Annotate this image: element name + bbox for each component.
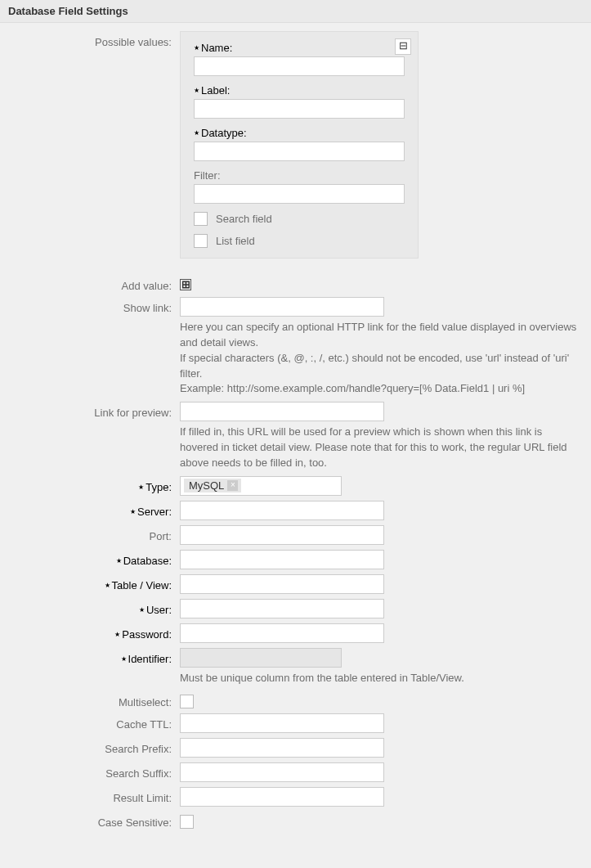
link-preview-help: If filled in, this URL will be used for … — [180, 425, 580, 471]
search-suffix-input[interactable] — [180, 762, 384, 782]
required-star-icon: ★ — [121, 655, 127, 663]
password-label: Password: — [122, 628, 172, 641]
list-field-label: List field — [216, 235, 255, 247]
server-label: Server: — [137, 506, 172, 518]
type-tag: MySQL × — [184, 479, 241, 492]
user-label: User: — [146, 604, 172, 616]
pv-datatype-label: Datatype: — [201, 127, 247, 139]
result-limit-input[interactable] — [180, 787, 384, 807]
search-suffix-label: Search Suffix: — [8, 762, 180, 780]
required-star-icon: ★ — [114, 631, 120, 638]
list-field-checkbox[interactable] — [194, 234, 208, 248]
collapse-icon[interactable]: ⊟ — [395, 38, 411, 55]
show-link-label: Show link: — [8, 297, 180, 314]
required-star-icon: ★ — [116, 557, 122, 564]
type-label: Type: — [146, 481, 172, 493]
cache-ttl-label: Cache TTL: — [8, 713, 180, 731]
table-view-label: Table / View: — [112, 579, 172, 591]
port-input[interactable] — [180, 525, 384, 545]
show-link-input[interactable] — [180, 297, 384, 317]
add-value-label: Add value: — [8, 275, 180, 292]
add-value-button[interactable]: ⊞ — [180, 279, 191, 290]
multiselect-checkbox[interactable] — [180, 695, 194, 708]
pv-datatype-input[interactable] — [194, 142, 405, 161]
database-input[interactable] — [180, 550, 384, 569]
identifier-help: Must be unique column from the table ent… — [180, 671, 580, 686]
type-tag-text: MySQL — [189, 479, 224, 492]
required-star-icon: ★ — [138, 483, 144, 491]
required-star-icon: ★ — [105, 582, 110, 589]
password-input[interactable] — [180, 623, 384, 643]
link-preview-label: Link for preview: — [8, 402, 180, 419]
possible-values-box: ⊟ ★Name: ★Label: ★Datatype: Filter: — [180, 31, 419, 259]
panel-body: Possible values: ⊟ ★Name: ★Label: ★Datat… — [0, 23, 591, 850]
identifier-label: Identifier: — [128, 653, 172, 665]
result-limit-label: Result Limit: — [8, 787, 180, 804]
cache-ttl-input[interactable] — [180, 713, 384, 733]
required-star-icon: ★ — [139, 606, 145, 614]
search-prefix-input[interactable] — [180, 738, 384, 758]
multiselect-label: Multiselect: — [8, 691, 180, 708]
settings-panel: Database Field Settings Possible values:… — [0, 0, 591, 850]
tag-remove-icon[interactable]: × — [227, 480, 238, 491]
possible-values-label: Possible values: — [8, 31, 180, 48]
search-field-checkbox[interactable] — [194, 212, 208, 226]
case-sensitive-label: Case Sensitive: — [8, 812, 180, 829]
pv-filter-label: Filter: — [194, 169, 405, 182]
pv-name-input[interactable] — [194, 56, 405, 76]
user-input[interactable] — [180, 599, 384, 618]
search-field-label: Search field — [216, 213, 272, 225]
case-sensitive-checkbox[interactable] — [180, 815, 194, 829]
pv-label-input[interactable] — [194, 99, 405, 119]
required-star-icon: ★ — [194, 44, 199, 52]
type-select[interactable]: MySQL × — [180, 476, 342, 496]
server-input[interactable] — [180, 501, 384, 520]
search-prefix-label: Search Prefix: — [8, 738, 180, 755]
required-star-icon: ★ — [194, 87, 199, 94]
pv-label-label: Label: — [201, 84, 230, 97]
database-label: Database: — [123, 555, 172, 567]
required-star-icon: ★ — [130, 508, 136, 515]
panel-title: Database Field Settings — [0, 0, 591, 23]
pv-filter-input[interactable] — [194, 184, 405, 204]
identifier-input — [180, 648, 342, 668]
link-preview-input[interactable] — [180, 402, 384, 421]
show-link-help: Here you can specify an optional HTTP li… — [180, 320, 580, 397]
table-view-input[interactable] — [180, 574, 384, 594]
pv-name-label: Name: — [201, 42, 232, 54]
required-star-icon: ★ — [194, 129, 199, 137]
port-label: Port: — [8, 525, 180, 542]
